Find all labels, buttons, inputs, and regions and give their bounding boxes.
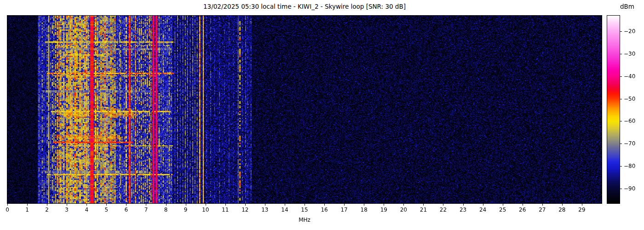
x-tick-mark — [463, 204, 464, 206]
spectrogram-page: { "chart_data": { "type": "heatmap", "su… — [0, 0, 644, 230]
x-tick-mark — [344, 204, 345, 206]
x-tick-mark — [186, 204, 186, 206]
colorbar-tick-mark — [620, 144, 622, 144]
x-tick-mark — [225, 204, 226, 206]
colorbar-tick-label: −80 — [624, 163, 635, 169]
colorbar-unit-label: dBm — [620, 3, 634, 10]
x-tick-label: 9 — [179, 207, 193, 213]
x-tick-mark — [106, 204, 107, 206]
colorbar-tick-label: −20 — [624, 28, 635, 34]
x-tick-mark — [47, 204, 47, 206]
x-tick-label: 26 — [516, 207, 529, 213]
x-tick-label: 0 — [0, 207, 14, 213]
colorbar-tick-mark — [620, 166, 622, 167]
x-tick-label: 5 — [99, 207, 113, 213]
x-tick-label: 14 — [278, 207, 292, 213]
colorbar-tick-mark — [620, 121, 622, 121]
colorbar-gradient — [607, 16, 620, 203]
x-tick-mark — [384, 204, 384, 206]
x-tick-label: 27 — [535, 207, 549, 213]
colorbar-tick-mark — [620, 189, 622, 189]
x-tick-mark — [423, 204, 424, 206]
colorbar-tick-label: −50 — [624, 96, 635, 102]
colorbar-tick-mark — [620, 54, 622, 54]
x-tick-label: 11 — [218, 207, 232, 213]
x-tick-label: 12 — [238, 207, 252, 213]
x-axis-label: MHz — [7, 217, 602, 223]
x-tick-mark — [245, 204, 246, 206]
x-tick-label: 22 — [436, 207, 450, 213]
colorbar-tick-label: −30 — [624, 51, 635, 57]
x-tick-label: 1 — [20, 207, 34, 213]
x-tick-mark — [403, 204, 404, 206]
x-tick-label: 16 — [317, 207, 331, 213]
x-tick-label: 10 — [199, 207, 213, 213]
x-tick-label: 25 — [496, 207, 510, 213]
spectrogram-heatmap — [7, 16, 602, 203]
x-tick-mark — [364, 204, 364, 206]
x-tick-label: 13 — [258, 207, 272, 213]
x-tick-label: 2 — [40, 207, 54, 213]
x-tick-label: 15 — [298, 207, 311, 213]
x-tick-label: 29 — [575, 207, 589, 213]
x-tick-mark — [305, 204, 305, 206]
x-tick-mark — [7, 204, 8, 206]
x-tick-mark — [265, 204, 265, 206]
x-tick-mark — [324, 204, 325, 206]
x-tick-label: 3 — [60, 207, 74, 213]
x-tick-label: 8 — [159, 207, 173, 213]
plot-area — [7, 16, 602, 203]
x-tick-label: 24 — [476, 207, 490, 213]
x-tick-mark — [542, 204, 543, 206]
colorbar-tick-label: −60 — [624, 118, 635, 124]
x-tick-mark — [27, 204, 28, 206]
x-tick-label: 17 — [337, 207, 351, 213]
colorbar-tick-mark — [620, 99, 622, 99]
colorbar-tick-label: −90 — [624, 185, 635, 192]
x-tick-label: 21 — [416, 207, 430, 213]
colorbar-tick-label: −70 — [624, 140, 635, 147]
x-tick-mark — [285, 204, 285, 206]
x-tick-label: 19 — [377, 207, 391, 213]
x-tick-label: 6 — [119, 207, 133, 213]
x-tick-mark — [503, 204, 503, 206]
colorbar-tick-mark — [620, 76, 622, 77]
x-tick-label: 28 — [555, 207, 569, 213]
x-tick-mark — [582, 204, 582, 206]
colorbar-tick-mark — [620, 31, 622, 32]
x-tick-label: 7 — [139, 207, 153, 213]
x-tick-label: 18 — [357, 207, 371, 213]
colorbar-tick-label: −40 — [624, 73, 635, 80]
x-tick-mark — [483, 204, 483, 206]
x-tick-mark — [443, 204, 443, 206]
x-tick-mark — [206, 204, 206, 206]
chart-title: 13/02/2025 05:30 local time - KIWI_2 - S… — [7, 3, 602, 10]
x-tick-mark — [146, 204, 146, 206]
x-tick-mark — [86, 204, 87, 206]
colorbar: −20−30−40−50−60−70−80−90 — [607, 16, 644, 203]
x-tick-label: 20 — [397, 207, 410, 213]
x-tick-mark — [562, 204, 563, 206]
x-tick-mark — [166, 204, 167, 206]
x-tick-mark — [67, 204, 67, 206]
x-tick-label: 4 — [80, 207, 93, 213]
x-tick-mark — [523, 204, 523, 206]
x-tick-label: 23 — [456, 207, 470, 213]
x-tick-mark — [126, 204, 126, 206]
